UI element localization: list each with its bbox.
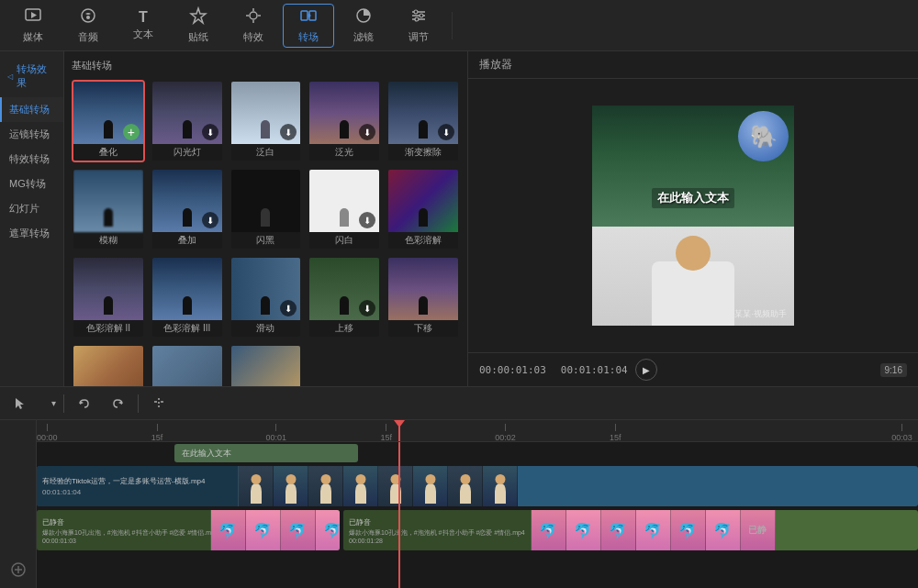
transition-color-dissolve3[interactable]: 色彩溶解 III	[151, 256, 224, 338]
undo-button[interactable]	[72, 391, 97, 416]
audio-track-1-info: 已静音 爆款小海豚10孔出泡，#泡泡机 #抖音小助手 #恋爱 #情侣.mp4 0…	[37, 510, 211, 550]
transition-blur[interactable]: 模糊	[72, 168, 145, 250]
audio-track-1-name: 爆款小海豚10孔出泡，#泡泡机 #抖音小助手 #恋爱 #情侣.mp4	[42, 528, 205, 538]
add-track-button[interactable]	[0, 551, 37, 588]
video-track[interactable]: 有经验的Tiktok运营，一定是多账号运营-横版.mp4 00:01:01:04	[37, 466, 918, 506]
transition-gradual-remove[interactable]: ⬇ 渐变擦除	[386, 80, 460, 162]
cursor-tool[interactable]	[7, 391, 33, 416]
player-header: 播放器	[468, 51, 918, 79]
ruler-label: 15f	[380, 433, 392, 442]
audio-frame: 🐬	[211, 510, 246, 550]
audio-track-2[interactable]: 已静音 爆款小海豚10孔出泡，#泡泡机 #抖音小助手 #恋爱 #情侣.mp4 0…	[343, 510, 918, 550]
toolbar-transitions[interactable]: 转场	[283, 4, 334, 48]
transition-slide-label: 滑动	[231, 320, 301, 337]
download-badge: ⬇	[202, 212, 218, 228]
transition-row4-1[interactable]	[72, 344, 145, 386]
time-ruler: 00:00 15f 00:01 15f	[37, 420, 918, 442]
video-frame	[343, 466, 378, 506]
transition-move-up[interactable]: ⬇ 上移	[308, 256, 381, 338]
ruler-mark-15f: 15f	[151, 420, 163, 442]
frame-person-body	[251, 483, 262, 504]
toolbar-text[interactable]: T 文本	[118, 4, 169, 48]
frame-person-body	[425, 483, 436, 504]
transition-color-dissolve[interactable]: 色彩溶解	[386, 168, 460, 250]
ruler-mark-3: 00:03	[891, 420, 912, 442]
main-area: ◁ 转场效果 基础转场 运镜转场 特效转场 MG转场 幻灯片 遮罩转场	[0, 51, 918, 386]
play-button[interactable]: ▶	[635, 359, 657, 381]
download-badge: ⬇	[438, 124, 454, 140]
transition-flash-black-label: 闪黑	[231, 232, 301, 249]
redo-button[interactable]	[105, 391, 130, 416]
audio-track-2-name: 爆款小海豚10孔出泡，#泡泡机 #抖音小助手 #恋爱 #情侣.mp4	[349, 528, 525, 538]
toolbar-adjust[interactable]: 调节	[393, 4, 444, 48]
sidebar-item-mg[interactable]: MG转场	[0, 172, 63, 196]
player-toy: 🐘	[738, 111, 789, 161]
video-frame	[308, 466, 343, 506]
video-track-duration: 00:01:01:04	[42, 488, 232, 496]
ruler-label: 00:00	[37, 433, 58, 442]
text-track[interactable]: 在此输入文本	[174, 444, 358, 462]
svg-point-15	[414, 10, 418, 14]
audio-frame-mute: 已静	[741, 510, 776, 550]
svg-marker-19	[118, 401, 122, 405]
right-panel: 播放器 🐘 在此输入文本 某某·视频助手 00:00:01:0	[468, 51, 918, 386]
toolbar-media[interactable]: 媒体	[7, 4, 59, 48]
text-icon: T	[139, 10, 148, 25]
transition-flash-white[interactable]: ⬇ 闪白	[308, 168, 381, 250]
audio-track-2-duration: 00:00:01:28	[349, 538, 525, 544]
toolbar-effects[interactable]: 特效	[228, 4, 279, 48]
media-icon	[24, 6, 42, 28]
svg-point-4	[250, 12, 257, 19]
download-badge: ⬇	[359, 300, 375, 316]
frame-person-body	[355, 483, 366, 504]
frame-person-head	[355, 474, 365, 484]
audio-frame: 🐬	[671, 510, 706, 550]
ruler-label: 00:02	[495, 433, 516, 442]
filters-icon	[354, 6, 373, 28]
ruler-tick	[157, 424, 158, 431]
sidebar-section-title: ◁ 转场效果	[0, 59, 63, 97]
toolbar-filters[interactable]: 滤镜	[338, 4, 389, 48]
frame-person-body	[320, 483, 331, 504]
timeline-content: 00:00 15f 00:01 15f	[0, 420, 918, 588]
audio-track-1[interactable]: 已静音 爆款小海豚10孔出泡，#泡泡机 #抖音小助手 #恋爱 #情侣.mp4 0…	[37, 510, 340, 550]
video-frames	[239, 466, 918, 506]
split-tool[interactable]	[146, 391, 172, 416]
transition-fade-white[interactable]: ⬇ 泛白	[230, 80, 303, 162]
transition-dissolve[interactable]: + 叠化	[72, 80, 145, 162]
ruler-mark-0: 00:00	[37, 420, 58, 442]
player-controls: 00:00:01:03 00:01:01:04 ▶ 9:16	[468, 352, 918, 386]
sidebar-item-special[interactable]: 特效转场	[0, 147, 63, 172]
frame-person-head	[425, 474, 435, 484]
toolbar-audio[interactable]: 音频	[62, 4, 114, 48]
audio-icon	[79, 6, 97, 28]
transition-move-down[interactable]: 下移	[386, 256, 460, 338]
sidebar-item-mask[interactable]: 遮罩转场	[0, 221, 63, 246]
sidebar-item-basic[interactable]: 基础转场	[0, 97, 63, 122]
ruler-mark-15f-2: 15f	[380, 420, 392, 442]
transition-color-dissolve2[interactable]: 色彩溶解 II	[72, 256, 145, 338]
player-overlay-text: 在此输入文本	[652, 188, 734, 208]
transition-slide[interactable]: ⬇ 滑动	[230, 256, 303, 338]
sidebar-item-motion[interactable]: 运镜转场	[0, 122, 63, 147]
player-video-top: 🐘	[592, 105, 794, 227]
audio-frame: 🐬	[532, 510, 566, 550]
transition-fade-light[interactable]: ⬇ 泛光	[308, 80, 381, 162]
transition-flash-black[interactable]: 闪黑	[230, 168, 303, 250]
audio-frames-2: 🐬 🐬 🐬 🐬 🐬 🐬 已静	[532, 510, 776, 550]
ruler-tick	[47, 424, 48, 431]
toolbar-sticker[interactable]: 贴纸	[173, 4, 224, 48]
transition-row4-3[interactable]	[230, 344, 303, 386]
transition-overlay[interactable]: ⬇ 叠加	[151, 168, 224, 250]
audio-frame: 🐬	[636, 510, 671, 550]
timeline-area: ▾ 00:00	[0, 386, 918, 588]
transitions-section-title: 基础转场	[72, 59, 460, 72]
transition-row4-2[interactable]	[151, 344, 224, 386]
sidebar-item-slideshow[interactable]: 幻灯片	[0, 196, 63, 221]
transition-flash-light[interactable]: ⬇ 闪光灯	[151, 80, 224, 162]
tracks-container: 在此输入文本 有经验的Tiktok运营，一定是多账号运营-横版.mp4 00:0…	[37, 442, 918, 588]
frame-person-body	[495, 483, 506, 504]
audio-frame: 🐬	[566, 510, 601, 550]
player-time-current: 00:00:01:03	[479, 364, 546, 376]
frame-person-head	[390, 474, 400, 484]
